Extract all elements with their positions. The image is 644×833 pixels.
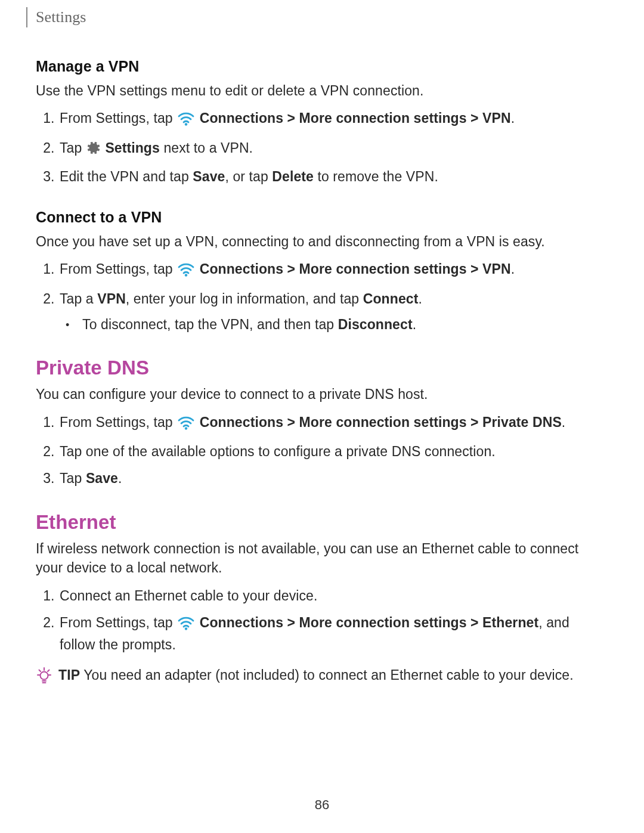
manage-vpn-intro: Use the VPN settings menu to edit or del…	[36, 81, 608, 101]
connect-vpn-step1: From Settings, tap Connections > More co…	[58, 259, 608, 282]
wifi-icon	[178, 262, 194, 282]
connect-vpn-steps: From Settings, tap Connections > More co…	[36, 259, 608, 334]
gear-icon	[86, 141, 101, 160]
svg-point-3	[185, 627, 187, 630]
page-header-text: Settings	[36, 7, 86, 29]
svg-point-2	[185, 427, 187, 429]
manage-vpn-step3: Edit the VPN and tap Save, or tap Delete…	[58, 167, 608, 187]
ethernet-step1: Connect an Ethernet cable to your device…	[58, 586, 608, 606]
ethernet-intro: If wireless network connection is not av…	[36, 539, 608, 578]
lightbulb-icon	[36, 667, 52, 690]
svg-line-9	[48, 670, 49, 671]
private-dns-step2: Tap one of the available options to conf…	[58, 442, 608, 462]
svg-line-8	[39, 670, 41, 671]
manage-vpn-step2: Tap Settings next to a VPN.	[58, 138, 608, 160]
manage-vpn-step1: From Settings, tap Connections > More co…	[58, 109, 608, 131]
wifi-icon	[178, 416, 194, 435]
svg-point-1	[185, 274, 187, 277]
connect-vpn-sub1: To disconnect, tap the VPN, and then tap…	[78, 315, 608, 335]
ethernet-steps: Connect an Ethernet cable to your device…	[36, 586, 608, 655]
page-header: Settings	[26, 7, 608, 27]
wifi-icon	[178, 112, 194, 131]
connect-vpn-substeps: To disconnect, tap the VPN, and then tap…	[60, 315, 608, 335]
private-dns-heading: Private DNS	[36, 354, 608, 382]
ethernet-tip-text: TIP You need an adapter (not included) t…	[58, 665, 574, 685]
connect-vpn-intro: Once you have set up a VPN, connecting t…	[36, 232, 608, 252]
private-dns-steps: From Settings, tap Connections > More co…	[36, 413, 608, 488]
connect-vpn-step2: Tap a VPN, enter your log in information…	[58, 289, 608, 334]
private-dns-step1: From Settings, tap Connections > More co…	[58, 413, 608, 435]
private-dns-intro: You can configure your device to connect…	[36, 385, 608, 404]
svg-point-4	[41, 671, 48, 679]
manage-vpn-steps: From Settings, tap Connections > More co…	[36, 109, 608, 187]
page-number: 86	[0, 795, 644, 814]
svg-point-0	[185, 123, 187, 125]
ethernet-step2: From Settings, tap Connections > More co…	[58, 613, 608, 655]
private-dns-step3: Tap Save.	[58, 469, 608, 488]
connect-vpn-heading: Connect to a VPN	[36, 207, 608, 228]
ethernet-heading: Ethernet	[36, 509, 608, 537]
ethernet-tip: TIP You need an adapter (not included) t…	[36, 665, 608, 690]
wifi-icon	[178, 616, 194, 636]
manage-vpn-heading: Manage a VPN	[36, 56, 608, 78]
